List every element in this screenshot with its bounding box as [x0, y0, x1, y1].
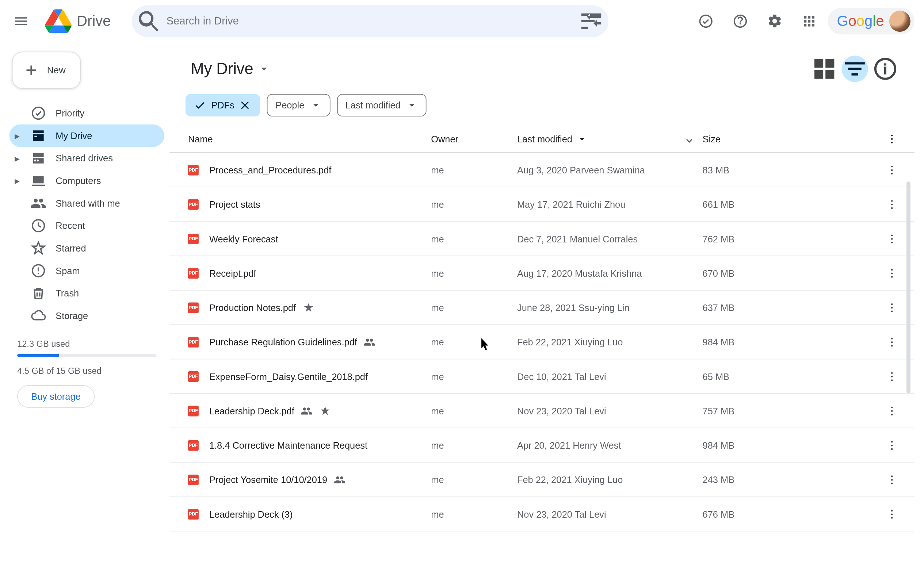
col-last-modified[interactable]: Last modified [517, 133, 676, 145]
file-modified: Apr 20, 2021 Henry West [517, 440, 703, 451]
buy-storage-button[interactable]: Buy storage [17, 385, 95, 408]
arrow-down-icon [682, 132, 696, 146]
row-more-button[interactable] [862, 404, 899, 417]
details-toggle-button[interactable] [872, 56, 899, 82]
pdf-icon: PDF [188, 302, 199, 313]
row-more-button[interactable] [862, 267, 899, 280]
row-more-button[interactable] [862, 301, 899, 314]
col-name[interactable]: Name [186, 133, 431, 144]
search-input[interactable] [167, 15, 574, 27]
svg-point-0 [700, 15, 712, 27]
header-right: Google [690, 5, 919, 37]
nav-shared-with-me[interactable]: ▶ Shared with me [9, 192, 164, 214]
chip-last-modified[interactable]: Last modified [337, 94, 426, 116]
shared-icon [364, 336, 376, 348]
row-more-button[interactable] [862, 335, 899, 348]
pdf-icon: PDF [188, 199, 199, 210]
nav-priority[interactable]: ▶ Priority [9, 102, 164, 124]
nav-label: Shared with me [56, 198, 120, 208]
table-row[interactable]: PDFLeadership Deck (3)meNov 23, 2020 Tal… [169, 497, 914, 532]
row-more-button[interactable] [862, 473, 899, 486]
file-name: ExpenseForm_Daisy.Gentile_2018.pdf [209, 371, 431, 381]
table-row[interactable]: PDFProduction Notes.pdfmeJune 28, 2021 S… [169, 291, 914, 325]
filter-toggle-button[interactable] [841, 56, 868, 82]
table-row[interactable]: PDFProcess_and_Procedures.pdfmeAug 3, 20… [169, 153, 914, 187]
nav-storage[interactable]: ▶ Storage [9, 305, 164, 327]
my-drive-icon [30, 128, 46, 144]
new-button[interactable]: New [12, 51, 81, 89]
search-icon [136, 8, 162, 35]
nav-label: My Drive [56, 130, 92, 141]
nav-shared-drives[interactable]: ▶ Shared drives [9, 147, 164, 169]
table-row[interactable]: PDFReceipt.pdfmeAug 17, 2020 Mustafa Kri… [169, 256, 914, 291]
file-size: 661 MB [703, 199, 862, 210]
row-more-button[interactable] [862, 507, 899, 521]
file-size: 762 MB [703, 233, 862, 244]
file-name: 1.8.4 Corrective Maintenance Request [209, 440, 431, 451]
grid-view-icon [811, 56, 838, 82]
clear-chip-button[interactable] [240, 99, 251, 111]
chip-people[interactable]: People [267, 94, 330, 116]
check-circle-icon [698, 13, 714, 29]
file-modified: June 28, 2021 Ssu-ying Lin [517, 302, 703, 313]
file-size: 757 MB [703, 405, 862, 416]
expand-icon[interactable]: ▶ [14, 177, 21, 184]
table-row[interactable]: PDFProject statsmeMay 17, 2021 Ruichi Zh… [169, 187, 914, 222]
nav-starred[interactable]: ▶ Starred [9, 237, 164, 260]
nav-label: Priority [56, 108, 84, 119]
file-name: Process_and_Procedures.pdf [209, 165, 431, 175]
nav-computers[interactable]: ▶ Computers [9, 169, 164, 192]
file-modified: Feb 22, 2021 Xiuying Luo [517, 474, 703, 485]
table-row[interactable]: PDFPurchase Regulation Guidelines.pdfmeF… [169, 325, 914, 359]
file-list: PDFProcess_and_Procedures.pdfmeAug 3, 20… [169, 153, 914, 532]
support-button[interactable] [724, 5, 756, 37]
expand-icon[interactable]: ▶ [14, 132, 21, 140]
gear-icon [767, 13, 782, 29]
table-row[interactable]: PDF1.8.4 Corrective Maintenance Requestm… [169, 428, 914, 462]
table-row[interactable]: PDFLeadership Deck.pdfmeNov 23, 2020 Tal… [169, 394, 914, 428]
scrollbar[interactable] [907, 181, 910, 393]
col-owner[interactable]: Owner [431, 133, 517, 144]
chip-type-pdfs[interactable]: PDFs [186, 94, 261, 116]
main-menu-button[interactable] [5, 5, 37, 37]
header-more-button[interactable] [862, 132, 899, 146]
table-row[interactable]: PDFExpenseForm_Daisy.Gentile_2018.pdfmeD… [169, 359, 914, 394]
help-icon [732, 13, 748, 29]
nav-recent[interactable]: ▶ Recent [9, 214, 164, 237]
layout-toggle-button[interactable] [811, 56, 838, 82]
more-vert-icon [885, 404, 899, 417]
row-more-button[interactable] [862, 438, 899, 452]
file-modified: Nov 23, 2020 Tal Levi [517, 508, 703, 519]
row-more-button[interactable] [862, 163, 899, 176]
chip-label: Last modified [345, 100, 401, 111]
table-row[interactable]: PDFProject Yosemite 10/10/2019meFeb 22, … [169, 462, 914, 497]
nav-spam[interactable]: ▶ Spam [9, 260, 164, 282]
table-row[interactable]: PDFWeekly ForecastmeDec 7, 2021 Manuel C… [169, 222, 914, 256]
drive-logo[interactable]: Drive [42, 8, 127, 35]
settings-button[interactable] [759, 5, 791, 37]
pdf-icon: PDF [188, 440, 199, 451]
apps-button[interactable] [793, 5, 825, 37]
col-size[interactable]: Size [703, 133, 862, 144]
row-more-button[interactable] [862, 232, 899, 245]
titlebar: My Drive [169, 42, 914, 90]
nav-label: Starred [56, 243, 86, 253]
account-chooser[interactable]: Google [828, 8, 914, 35]
priority-icon [30, 105, 46, 121]
search-options-button[interactable] [578, 8, 605, 35]
file-owner: me [431, 440, 517, 451]
row-more-button[interactable] [862, 197, 899, 211]
nav-trash[interactable]: ▶ Trash [9, 282, 164, 305]
breadcrumb-my-drive[interactable]: My Drive [186, 57, 276, 81]
storage-used-label: 12.3 GB used [17, 339, 156, 349]
file-size: 637 MB [703, 302, 862, 313]
file-owner: me [431, 165, 517, 175]
row-more-button[interactable] [862, 370, 899, 383]
search-button[interactable] [136, 8, 162, 35]
shared-icon [301, 405, 313, 417]
expand-icon[interactable]: ▶ [14, 154, 21, 162]
sort-direction[interactable] [676, 132, 703, 146]
nav-my-drive[interactable]: ▶ My Drive [9, 124, 164, 147]
offline-ready-button[interactable] [690, 5, 722, 37]
nav-label: Shared drives [56, 153, 113, 164]
